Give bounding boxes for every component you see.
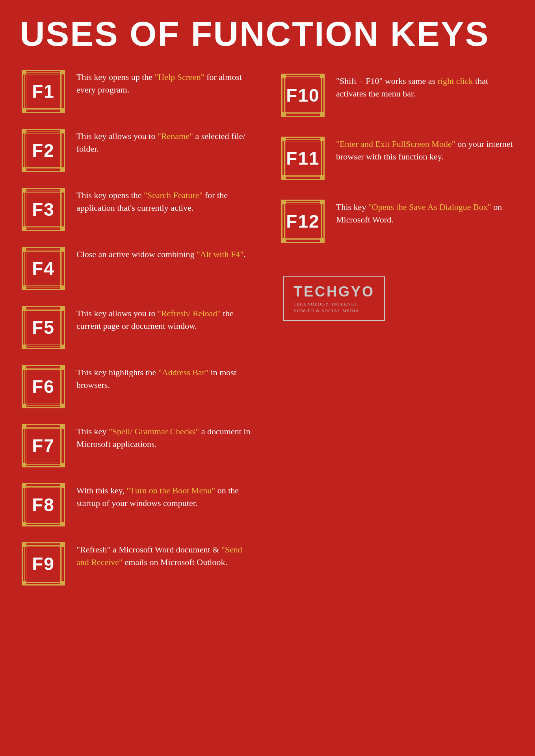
key-box: F12: [281, 200, 325, 243]
key-description: This key allows you to "Rename" a select…: [76, 127, 256, 155]
key-label: F7: [32, 435, 55, 456]
logo-container: TECHGYOTECHNOLOGY, INTERNET, HOW-TO & SO…: [279, 269, 515, 321]
key-item-f11: F11"Enter and Exit FullScreen Mode" on y…: [279, 127, 515, 186]
key-label: F6: [32, 376, 55, 397]
key-label: F1: [32, 81, 55, 102]
key-box: F7: [22, 424, 65, 467]
key-box-wrapper: F10: [279, 72, 327, 119]
key-label: F11: [286, 148, 320, 169]
logo-subtitle: TECHNOLOGY, INTERNET, HOW-TO & SOCIAL ME…: [294, 301, 375, 314]
key-label: F10: [286, 85, 320, 106]
key-box-wrapper: F12: [279, 198, 327, 245]
key-box: F1: [22, 70, 65, 113]
key-item-f10: F10"Shift + F10" works same as right cli…: [279, 64, 515, 123]
highlight-text: "Refresh/ Reload": [158, 308, 221, 318]
highlight-text: "Address Bar": [158, 367, 208, 377]
highlight-text: "Search Feature": [144, 190, 202, 200]
key-box-wrapper: F2: [20, 127, 67, 174]
highlight-text: right click: [438, 76, 473, 86]
key-box-wrapper: F9: [20, 540, 67, 587]
logo-title: TECHGYO: [294, 284, 375, 300]
key-description: This key opens the "Search Feature" for …: [76, 186, 256, 214]
key-box: F3: [22, 188, 65, 231]
key-box: F8: [22, 483, 65, 526]
right-column: F10"Shift + F10" works same as right cli…: [279, 64, 515, 591]
key-description: This key "Spell/ Grammar Checks" a docum…: [76, 422, 256, 450]
key-box-wrapper: F6: [20, 363, 67, 410]
highlight-text: "Send and Receive": [76, 545, 242, 567]
key-item-f2: F2This key allows you to "Rename" a sele…: [20, 123, 256, 178]
key-item-f12: F12This key "Opens the Save As Dialogue …: [279, 190, 515, 249]
highlight-text: "Rename": [158, 131, 193, 141]
key-description: "Enter and Exit FullScreen Mode" on your…: [336, 135, 515, 163]
key-box-wrapper: F11: [279, 135, 327, 182]
key-label: F5: [32, 317, 55, 338]
left-column: F1This key opens up the "Help Screen" fo…: [20, 64, 256, 591]
key-description: This key allows you to "Refresh/ Reload"…: [76, 304, 256, 332]
key-description: This key highlights the "Address Bar" in…: [76, 363, 256, 391]
key-box: F9: [22, 542, 65, 586]
key-label: F3: [32, 199, 55, 220]
highlight-text: "Opens the Save As Dialogue Box": [368, 202, 491, 212]
key-item-f3: F3This key opens the "Search Feature" fo…: [20, 182, 256, 237]
key-box-wrapper: F3: [20, 186, 67, 233]
highlight-text: "Help Screen": [155, 72, 204, 82]
key-description: "Refresh" a Microsoft Word document & "S…: [76, 540, 256, 569]
key-box-wrapper: F5: [20, 304, 67, 351]
key-box-wrapper: F1: [20, 68, 67, 115]
key-label: F2: [32, 140, 55, 161]
key-label: F8: [32, 494, 55, 515]
key-description: Close an active widow combining "Alt wit…: [76, 245, 256, 261]
key-label: F12: [286, 211, 320, 232]
key-label: F4: [32, 258, 55, 279]
key-box: F4: [22, 247, 65, 290]
key-box: F5: [22, 306, 65, 349]
key-box: F2: [22, 129, 65, 172]
key-item-f8: F8With this key, "Turn on the Boot Menu"…: [20, 477, 256, 532]
key-item-f4: F4Close an active widow combining "Alt w…: [20, 241, 256, 296]
key-item-f5: F5This key allows you to "Refresh/ Reloa…: [20, 300, 256, 355]
key-item-f6: F6This key highlights the "Address Bar" …: [20, 359, 256, 414]
key-description: This key opens up the "Help Screen" for …: [76, 68, 256, 96]
key-box: F6: [22, 365, 65, 408]
highlight-text: "Turn on the Boot Menu": [126, 485, 215, 495]
key-item-f1: F1This key opens up the "Help Screen" fo…: [20, 64, 256, 119]
key-box-wrapper: F4: [20, 245, 67, 292]
key-item-f9: F9"Refresh" a Microsoft Word document & …: [20, 536, 256, 591]
key-box: F10: [281, 74, 325, 117]
highlight-text: "Enter and Exit FullScreen Mode": [336, 139, 455, 149]
key-description: This key "Opens the Save As Dialogue Box…: [336, 198, 515, 226]
key-box: F11: [281, 137, 325, 180]
key-box-wrapper: F7: [20, 422, 67, 469]
key-description: With this key, "Turn on the Boot Menu" o…: [76, 481, 256, 510]
key-label: F9: [32, 553, 55, 574]
logo-box: TECHGYOTECHNOLOGY, INTERNET, HOW-TO & SO…: [283, 276, 385, 321]
key-item-f7: F7This key "Spell/ Grammar Checks" a doc…: [20, 418, 256, 473]
highlight-text: "Alt with F4": [197, 249, 243, 259]
key-description: "Shift + F10" works same as right click …: [336, 72, 515, 100]
page-title: USES OF FUNCTION KEYS: [20, 16, 515, 52]
highlight-text: "Spell/ Grammar Checks": [109, 426, 199, 436]
content-grid: F1This key opens up the "Help Screen" fo…: [20, 64, 515, 591]
key-box-wrapper: F8: [20, 481, 67, 528]
